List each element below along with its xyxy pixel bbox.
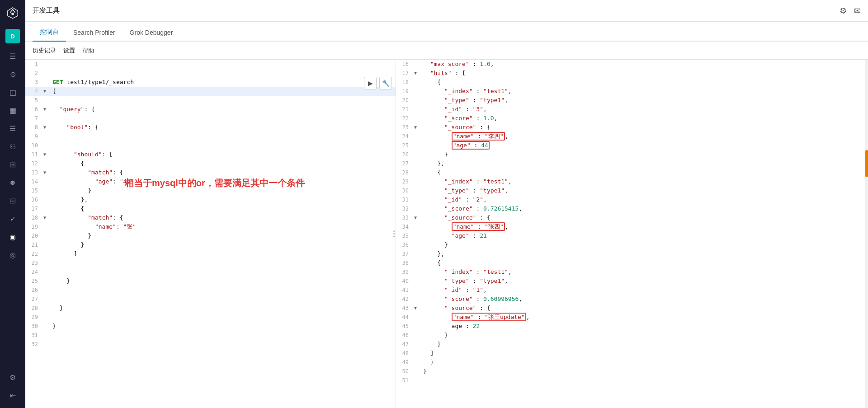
result-line-50: 50 }: [396, 367, 868, 376]
code-line-31: 31: [25, 331, 396, 340]
sidebar-item-collapse[interactable]: ⇤: [0, 386, 25, 404]
editor-toolbar: ▶ 🔧: [364, 77, 392, 89]
sidebar-item-apm[interactable]: ✓: [0, 210, 25, 228]
result-line-36: 36 }: [396, 240, 868, 249]
page-title: 开发工具: [33, 6, 60, 15]
result-line-51: 51: [396, 376, 868, 385]
code-line-24: 24: [25, 267, 396, 277]
code-line-8: 8 ▼ "bool": {: [25, 123, 396, 132]
svg-point-0: [11, 13, 14, 15]
code-line-3: 3 GET test1/type1/_search: [25, 78, 396, 87]
result-line-43: 43 ▼ "_source" : {: [396, 304, 868, 313]
code-line-32: 32: [25, 340, 396, 349]
code-line-13: 13 ▼ "match": {: [25, 168, 396, 177]
code-line-12: 12 {: [25, 159, 396, 168]
mail-icon[interactable]: ✉: [854, 6, 861, 16]
wrench-button[interactable]: 🔧: [379, 77, 392, 89]
topbar: 开发工具 ⚙ ✉: [25, 0, 868, 22]
result-line-49: 49 }: [396, 358, 868, 367]
content-area: 1 2 3 GET test1/type1/_search: [25, 60, 868, 408]
sidebar-item-maps[interactable]: ⚇: [0, 137, 25, 155]
result-line-33: 33 ▼ "_source" : {: [396, 213, 868, 222]
sidebar-item-siem[interactable]: ◎: [0, 246, 25, 264]
result-panel[interactable]: 16 "max_score" : 1.0, 17 ▼ "hits" : [ 18…: [396, 60, 868, 408]
tab-console[interactable]: 控制台: [33, 23, 66, 42]
sidebar-item-graph[interactable]: ☻: [0, 174, 25, 192]
tab-grok-debugger[interactable]: Grok Debugger: [123, 24, 180, 42]
run-button[interactable]: ▶: [364, 77, 377, 89]
scroll-thumb[interactable]: [865, 150, 868, 177]
result-line-32: 32 "_score" : 0.72615415,: [396, 204, 868, 213]
code-line-11: 11 ▼ "should": [: [25, 150, 396, 159]
code-line-14: 14 "age": "44": [25, 177, 396, 186]
result-line-20: 20 "_type" : "type1",: [396, 96, 868, 105]
sidebar-item-home[interactable]: ☰: [0, 47, 25, 65]
result-line-35: 35 "age" : 21: [396, 231, 868, 240]
sidebar-item-devtools[interactable]: ◉: [0, 228, 25, 246]
result-line-34: 34 "name" : "张四",: [396, 222, 868, 231]
result-line-39: 39 "_index" : "test1",: [396, 267, 868, 277]
result-line-48: 48 ]: [396, 349, 868, 358]
sidebar-item-visualize[interactable]: ◫: [0, 83, 25, 101]
sub-nav-help[interactable]: 帮助: [82, 45, 94, 56]
result-line-44: 44 "name" : "张三update",: [396, 313, 868, 322]
result-line-31: 31 "_id" : "2",: [396, 195, 868, 204]
avatar[interactable]: D: [5, 29, 20, 43]
code-line-26: 26: [25, 286, 396, 295]
resize-handle[interactable]: [392, 225, 396, 243]
sub-nav-history[interactable]: 历史记录: [33, 45, 56, 56]
result-line-21: 21 "_id" : "3",: [396, 105, 868, 114]
code-line-21: 21 }: [25, 240, 396, 249]
main-content: 开发工具 ⚙ ✉ 控制台 Search Profiler Grok Debugg…: [25, 0, 868, 408]
result-line-38: 38 {: [396, 258, 868, 267]
code-editor[interactable]: 1 2 3 GET test1/type1/_search: [25, 60, 396, 408]
result-line-29: 29 "_index" : "test1",: [396, 177, 868, 186]
code-line-16: 16 },: [25, 195, 396, 204]
code-line-27: 27: [25, 295, 396, 304]
result-line-25: 25 "age" : 44: [396, 141, 868, 150]
topbar-icons: ⚙ ✉: [840, 6, 861, 16]
settings-icon[interactable]: ⚙: [840, 6, 847, 16]
result-line-45: 45 age : 22: [396, 322, 868, 331]
code-line-30: 30 }: [25, 322, 396, 331]
sidebar-item-discover[interactable]: ⊙: [0, 65, 25, 83]
result-line-16: 16 "max_score" : 1.0,: [396, 60, 868, 69]
result-line-27: 27 },: [396, 159, 868, 168]
result-line-46: 46 }: [396, 331, 868, 340]
code-line-28: 28 }: [25, 304, 396, 313]
code-line-23: 23: [25, 258, 396, 267]
result-line-47: 47 }: [396, 340, 868, 349]
sidebar-item-ml[interactable]: ⊞: [0, 155, 25, 174]
result-line-42: 42 "_score" : 0.60996956,: [396, 295, 868, 304]
result-line-24: 24 "name" : "李四",: [396, 132, 868, 141]
sidebar-item-canvas[interactable]: ☰: [0, 119, 25, 137]
code-line-17: 17 {: [25, 204, 396, 213]
result-line-40: 40 "_type" : "type1",: [396, 277, 868, 286]
result-line-26: 26 }: [396, 150, 868, 159]
result-line-19: 19 "_index" : "test1",: [396, 87, 868, 96]
code-line-5: 5: [25, 96, 396, 105]
code-line-29: 29: [25, 313, 396, 322]
code-line-10: 10: [25, 141, 396, 150]
sidebar: D ☰ ⊙ ◫ ▦ ☰ ⚇ ⊞ ☻ ⊟ ✓ ◉ ◎ ⚙ ⇤: [0, 0, 25, 408]
app-logo[interactable]: [0, 0, 25, 25]
code-line-9: 9: [25, 132, 396, 141]
sub-nav-settings[interactable]: 设置: [63, 45, 75, 56]
result-line-37: 37 },: [396, 249, 868, 258]
code-line-7: 7: [25, 114, 396, 123]
code-line-22: 22 ]: [25, 249, 396, 258]
result-line-18: 18 {: [396, 78, 868, 87]
sidebar-item-settings[interactable]: ⚙: [0, 368, 25, 386]
tab-search-profiler[interactable]: Search Profiler: [66, 24, 123, 42]
sidebar-item-dashboard[interactable]: ▦: [0, 101, 25, 119]
code-line-6: 6 ▼ "query": {: [25, 105, 396, 114]
code-line-20: 20 }: [25, 231, 396, 240]
sidebar-item-monitoring[interactable]: ⊟: [0, 192, 25, 210]
result-line-23: 23 ▼ "_source" : {: [396, 123, 868, 132]
result-line-28: 28 {: [396, 168, 868, 177]
result-line-22: 22 "_score" : 1.0,: [396, 114, 868, 123]
editor-panel: 1 2 3 GET test1/type1/_search: [25, 60, 396, 408]
code-line-25: 25 }: [25, 277, 396, 286]
result-line-41: 41 "_id" : "1",: [396, 286, 868, 295]
scroll-indicator: [865, 60, 868, 408]
